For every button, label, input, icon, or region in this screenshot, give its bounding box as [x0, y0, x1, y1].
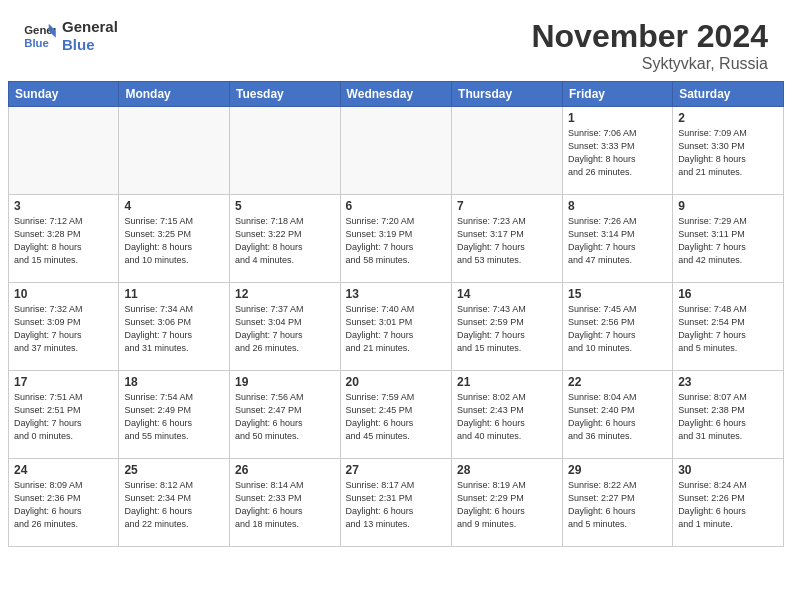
day-number: 10	[14, 287, 113, 301]
calendar-cell	[340, 107, 451, 195]
day-info: Sunrise: 7:37 AM Sunset: 3:04 PM Dayligh…	[235, 303, 335, 355]
calendar-cell: 11Sunrise: 7:34 AM Sunset: 3:06 PM Dayli…	[119, 283, 230, 371]
day-number: 30	[678, 463, 778, 477]
day-number: 9	[678, 199, 778, 213]
calendar-cell: 7Sunrise: 7:23 AM Sunset: 3:17 PM Daylig…	[452, 195, 563, 283]
calendar-cell: 29Sunrise: 8:22 AM Sunset: 2:27 PM Dayli…	[563, 459, 673, 547]
calendar-cell: 15Sunrise: 7:45 AM Sunset: 2:56 PM Dayli…	[563, 283, 673, 371]
logo: General Blue General Blue	[24, 18, 118, 54]
page-header: General Blue General Blue November 2024 …	[0, 0, 792, 81]
day-info: Sunrise: 8:22 AM Sunset: 2:27 PM Dayligh…	[568, 479, 667, 531]
month-title: November 2024	[531, 18, 768, 55]
calendar-cell: 2Sunrise: 7:09 AM Sunset: 3:30 PM Daylig…	[673, 107, 784, 195]
calendar-cell	[119, 107, 230, 195]
weekday-header-wednesday: Wednesday	[340, 82, 451, 107]
calendar-cell: 27Sunrise: 8:17 AM Sunset: 2:31 PM Dayli…	[340, 459, 451, 547]
calendar-cell: 30Sunrise: 8:24 AM Sunset: 2:26 PM Dayli…	[673, 459, 784, 547]
day-info: Sunrise: 7:45 AM Sunset: 2:56 PM Dayligh…	[568, 303, 667, 355]
calendar-table: SundayMondayTuesdayWednesdayThursdayFrid…	[8, 81, 784, 547]
calendar-cell: 13Sunrise: 7:40 AM Sunset: 3:01 PM Dayli…	[340, 283, 451, 371]
calendar-cell: 24Sunrise: 8:09 AM Sunset: 2:36 PM Dayli…	[9, 459, 119, 547]
day-info: Sunrise: 8:24 AM Sunset: 2:26 PM Dayligh…	[678, 479, 778, 531]
day-number: 1	[568, 111, 667, 125]
day-info: Sunrise: 7:54 AM Sunset: 2:49 PM Dayligh…	[124, 391, 224, 443]
day-info: Sunrise: 7:34 AM Sunset: 3:06 PM Dayligh…	[124, 303, 224, 355]
calendar-cell: 22Sunrise: 8:04 AM Sunset: 2:40 PM Dayli…	[563, 371, 673, 459]
day-info: Sunrise: 7:40 AM Sunset: 3:01 PM Dayligh…	[346, 303, 446, 355]
day-number: 22	[568, 375, 667, 389]
day-number: 8	[568, 199, 667, 213]
calendar-cell: 18Sunrise: 7:54 AM Sunset: 2:49 PM Dayli…	[119, 371, 230, 459]
day-info: Sunrise: 7:26 AM Sunset: 3:14 PM Dayligh…	[568, 215, 667, 267]
calendar-cell: 4Sunrise: 7:15 AM Sunset: 3:25 PM Daylig…	[119, 195, 230, 283]
calendar-cell: 28Sunrise: 8:19 AM Sunset: 2:29 PM Dayli…	[452, 459, 563, 547]
day-info: Sunrise: 8:04 AM Sunset: 2:40 PM Dayligh…	[568, 391, 667, 443]
day-info: Sunrise: 8:02 AM Sunset: 2:43 PM Dayligh…	[457, 391, 557, 443]
title-block: November 2024 Syktyvkar, Russia	[531, 18, 768, 73]
calendar-header-row: SundayMondayTuesdayWednesdayThursdayFrid…	[9, 82, 784, 107]
calendar-cell: 6Sunrise: 7:20 AM Sunset: 3:19 PM Daylig…	[340, 195, 451, 283]
logo-icon: General Blue	[24, 22, 56, 50]
day-number: 17	[14, 375, 113, 389]
day-number: 5	[235, 199, 335, 213]
day-info: Sunrise: 8:07 AM Sunset: 2:38 PM Dayligh…	[678, 391, 778, 443]
calendar-cell: 21Sunrise: 8:02 AM Sunset: 2:43 PM Dayli…	[452, 371, 563, 459]
calendar-cell: 5Sunrise: 7:18 AM Sunset: 3:22 PM Daylig…	[229, 195, 340, 283]
calendar-row: 24Sunrise: 8:09 AM Sunset: 2:36 PM Dayli…	[9, 459, 784, 547]
day-number: 2	[678, 111, 778, 125]
day-number: 14	[457, 287, 557, 301]
day-number: 15	[568, 287, 667, 301]
day-number: 6	[346, 199, 446, 213]
calendar-cell: 23Sunrise: 8:07 AM Sunset: 2:38 PM Dayli…	[673, 371, 784, 459]
day-number: 27	[346, 463, 446, 477]
day-info: Sunrise: 7:12 AM Sunset: 3:28 PM Dayligh…	[14, 215, 113, 267]
day-number: 12	[235, 287, 335, 301]
weekday-header-thursday: Thursday	[452, 82, 563, 107]
weekday-header-sunday: Sunday	[9, 82, 119, 107]
calendar-cell: 12Sunrise: 7:37 AM Sunset: 3:04 PM Dayli…	[229, 283, 340, 371]
day-number: 26	[235, 463, 335, 477]
day-info: Sunrise: 7:51 AM Sunset: 2:51 PM Dayligh…	[14, 391, 113, 443]
calendar-cell	[452, 107, 563, 195]
day-info: Sunrise: 7:20 AM Sunset: 3:19 PM Dayligh…	[346, 215, 446, 267]
day-info: Sunrise: 7:59 AM Sunset: 2:45 PM Dayligh…	[346, 391, 446, 443]
logo-text-general: General	[62, 18, 118, 36]
day-info: Sunrise: 7:18 AM Sunset: 3:22 PM Dayligh…	[235, 215, 335, 267]
calendar-cell: 3Sunrise: 7:12 AM Sunset: 3:28 PM Daylig…	[9, 195, 119, 283]
day-info: Sunrise: 7:32 AM Sunset: 3:09 PM Dayligh…	[14, 303, 113, 355]
calendar-body: 1Sunrise: 7:06 AM Sunset: 3:33 PM Daylig…	[9, 107, 784, 547]
day-number: 19	[235, 375, 335, 389]
day-info: Sunrise: 8:14 AM Sunset: 2:33 PM Dayligh…	[235, 479, 335, 531]
calendar-cell: 25Sunrise: 8:12 AM Sunset: 2:34 PM Dayli…	[119, 459, 230, 547]
calendar-cell	[229, 107, 340, 195]
day-number: 4	[124, 199, 224, 213]
calendar-cell: 17Sunrise: 7:51 AM Sunset: 2:51 PM Dayli…	[9, 371, 119, 459]
day-number: 13	[346, 287, 446, 301]
svg-text:Blue: Blue	[24, 37, 49, 49]
day-number: 29	[568, 463, 667, 477]
calendar-cell: 14Sunrise: 7:43 AM Sunset: 2:59 PM Dayli…	[452, 283, 563, 371]
weekday-header-tuesday: Tuesday	[229, 82, 340, 107]
day-number: 25	[124, 463, 224, 477]
calendar-cell: 1Sunrise: 7:06 AM Sunset: 3:33 PM Daylig…	[563, 107, 673, 195]
day-number: 18	[124, 375, 224, 389]
calendar-cell: 20Sunrise: 7:59 AM Sunset: 2:45 PM Dayli…	[340, 371, 451, 459]
day-number: 7	[457, 199, 557, 213]
day-number: 11	[124, 287, 224, 301]
day-info: Sunrise: 7:15 AM Sunset: 3:25 PM Dayligh…	[124, 215, 224, 267]
day-info: Sunrise: 7:43 AM Sunset: 2:59 PM Dayligh…	[457, 303, 557, 355]
day-number: 28	[457, 463, 557, 477]
location-subtitle: Syktyvkar, Russia	[531, 55, 768, 73]
calendar-cell: 10Sunrise: 7:32 AM Sunset: 3:09 PM Dayli…	[9, 283, 119, 371]
day-number: 21	[457, 375, 557, 389]
weekday-header-monday: Monday	[119, 82, 230, 107]
day-info: Sunrise: 7:48 AM Sunset: 2:54 PM Dayligh…	[678, 303, 778, 355]
calendar-row: 3Sunrise: 7:12 AM Sunset: 3:28 PM Daylig…	[9, 195, 784, 283]
day-info: Sunrise: 8:12 AM Sunset: 2:34 PM Dayligh…	[124, 479, 224, 531]
day-info: Sunrise: 7:56 AM Sunset: 2:47 PM Dayligh…	[235, 391, 335, 443]
day-number: 3	[14, 199, 113, 213]
calendar-cell: 19Sunrise: 7:56 AM Sunset: 2:47 PM Dayli…	[229, 371, 340, 459]
calendar-cell: 16Sunrise: 7:48 AM Sunset: 2:54 PM Dayli…	[673, 283, 784, 371]
day-info: Sunrise: 7:09 AM Sunset: 3:30 PM Dayligh…	[678, 127, 778, 179]
calendar-row: 10Sunrise: 7:32 AM Sunset: 3:09 PM Dayli…	[9, 283, 784, 371]
